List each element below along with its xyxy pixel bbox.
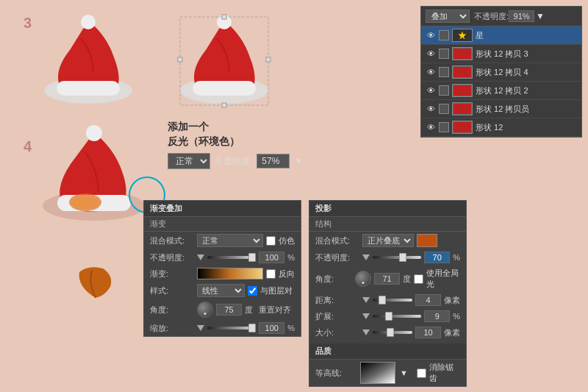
grad-opacity-thumb[interactable]	[248, 253, 256, 262]
layer-thumb-3	[452, 102, 473, 115]
grad-blend-select[interactable]: 正常	[197, 234, 263, 247]
grad-opacity-slider-track[interactable]	[207, 256, 256, 259]
grad-fake-checkbox[interactable]	[266, 236, 276, 246]
shadow-opacity-thumb[interactable]	[399, 253, 406, 262]
grad-scale-thumb[interactable]	[248, 324, 256, 332]
shadow-contour-thumb[interactable]	[360, 362, 395, 384]
grad-style-label: 样式:	[150, 285, 194, 296]
shadow-size-slider-left[interactable]	[362, 329, 370, 335]
layers-blend-mode-select[interactable]: 叠加	[426, 10, 470, 23]
shadow-distance-slider-track[interactable]	[373, 299, 412, 302]
shadow-spread-thumb[interactable]	[385, 312, 392, 321]
layer-link-2	[439, 85, 449, 96]
layer-row-star[interactable]: 👁 星	[421, 26, 581, 45]
mode-bar[interactable]: 正常 不透明度: ▼	[168, 153, 303, 169]
shadow-distance-label: 距离:	[315, 295, 359, 306]
shadow-size-input[interactable]	[415, 327, 441, 338]
shadow-contour-dropdown[interactable]: ▼	[400, 368, 408, 377]
layer-link-0	[439, 49, 449, 59]
grad-scale-row: 缩放: %	[144, 320, 301, 336]
grad-scale-label: 缩放:	[150, 323, 194, 334]
grad-angle-row: 角度: 度 重置对齐	[144, 299, 301, 320]
layer-eye-star[interactable]: 👁	[426, 30, 436, 40]
blend-mode-select[interactable]: 正常	[168, 153, 210, 169]
annotation-text: 添加一个 反光（环境色）	[168, 120, 240, 149]
grad-style-row: 样式: 线性 与图层对	[144, 282, 301, 299]
grad-opacity-input[interactable]	[259, 252, 284, 263]
hat-1	[40, 13, 136, 111]
svg-rect-20	[453, 104, 471, 114]
grad-scale-slider-track[interactable]	[207, 327, 256, 329]
layer-row-1[interactable]: 👁 形状 12 拷贝 4	[421, 63, 581, 82]
layer-eye-2[interactable]: 👁	[426, 85, 436, 96]
svg-rect-8	[222, 15, 226, 19]
layer-eye-0[interactable]: 👁	[426, 49, 436, 59]
shadow-blend-row: 混合模式: 正片叠底	[309, 232, 466, 249]
shadow-distance-slider-left[interactable]	[362, 297, 370, 303]
layers-panel: 叠加 不透明度: ▼ 👁 星 👁 形状 12 拷贝 3	[420, 6, 582, 138]
shadow-spread-slider-left[interactable]	[362, 313, 370, 319]
layer-link-3	[439, 104, 449, 114]
layer-eye-1[interactable]: 👁	[426, 67, 436, 77]
layer-eye-4[interactable]: 👁	[426, 122, 436, 132]
shadow-size-slider-track[interactable]	[373, 331, 412, 334]
shadow-spread-slider-track[interactable]	[373, 315, 421, 318]
grad-opacity-slider-left[interactable]	[197, 254, 204, 260]
shadow-opacity-slider-container	[362, 254, 421, 260]
layers-opacity-input[interactable]	[509, 10, 534, 22]
shadow-opacity-slider-track[interactable]	[373, 256, 421, 259]
shadow-angle-input[interactable]	[374, 273, 400, 285]
layer-eye-3[interactable]: 👁	[426, 104, 436, 114]
grad-gradient-swatch[interactable]	[197, 268, 263, 279]
shadow-anti-alias-checkbox[interactable]	[417, 368, 426, 378]
shadow-opacity-input[interactable]	[424, 252, 450, 263]
opacity-input[interactable]	[257, 154, 290, 168]
grad-style-select[interactable]: 线性	[197, 284, 245, 297]
grad-opacity-percent: %	[287, 253, 295, 262]
layer-name-2: 形状 12 拷贝 2	[476, 85, 577, 96]
shadow-distance-input[interactable]	[415, 294, 441, 306]
grad-align-checkbox[interactable]	[248, 286, 257, 296]
shadow-distance-unit: 像素	[444, 295, 460, 306]
opacity-dropdown-icon[interactable]: ▼	[294, 156, 303, 166]
shadow-opacity-slider-left[interactable]	[362, 254, 370, 260]
shadow-distance-row: 距离: 像素	[309, 292, 466, 308]
shadow-opacity-label: 不透明度:	[315, 252, 359, 263]
grad-scale-input[interactable]	[259, 322, 284, 334]
layer-row-2[interactable]: 👁 形状 12 拷贝 2	[421, 82, 581, 100]
layer-thumb-2	[452, 84, 473, 97]
layer-name-0: 形状 12 拷贝 3	[476, 49, 577, 60]
shadow-spread-input[interactable]	[424, 310, 450, 322]
shadow-title: 投影	[309, 201, 466, 217]
shadow-spread-unit: %	[453, 312, 460, 321]
layer-row-0[interactable]: 👁 形状 12 拷贝 3	[421, 45, 581, 63]
layer-name-star: 星	[476, 30, 577, 41]
shadow-global-light-checkbox[interactable]	[414, 274, 423, 284]
shadow-size-row: 大小: 像素	[309, 324, 466, 341]
layer-row-3[interactable]: 👁 形状 12 拷贝员	[421, 100, 581, 118]
shadow-quality-title: 品质	[309, 343, 466, 360]
shadow-contour-label: 等高线:	[315, 368, 357, 379]
layer-thumb-4	[452, 121, 473, 134]
layer-row-4[interactable]: 👁 形状 12	[421, 118, 581, 137]
grad-angle-knob[interactable]	[197, 302, 213, 318]
layers-opacity-dropdown[interactable]: ▼	[536, 11, 545, 21]
shadow-color-swatch[interactable]	[417, 234, 437, 247]
shadow-size-thumb[interactable]	[387, 328, 394, 337]
svg-rect-7	[178, 57, 182, 62]
layer-name-4: 形状 12	[476, 122, 577, 133]
hat-3	[35, 121, 153, 227]
svg-rect-1	[57, 81, 120, 96]
grad-reverse-label: 反向	[279, 268, 295, 279]
svg-rect-10	[222, 103, 226, 107]
shadow-distance-thumb[interactable]	[379, 296, 386, 304]
svg-rect-4	[193, 81, 256, 96]
shadow-angle-knob[interactable]	[355, 271, 371, 287]
grad-reverse-checkbox[interactable]	[266, 269, 276, 279]
grad-angle-input[interactable]	[216, 304, 242, 316]
grad-scale-slider-left[interactable]	[197, 325, 204, 331]
shadow-blend-select[interactable]: 正片叠底	[362, 234, 414, 247]
shadow-spread-label: 扩展:	[315, 311, 359, 322]
grad-opacity-slider-container	[197, 254, 256, 260]
grad-angle-knob-dot	[204, 313, 207, 315]
